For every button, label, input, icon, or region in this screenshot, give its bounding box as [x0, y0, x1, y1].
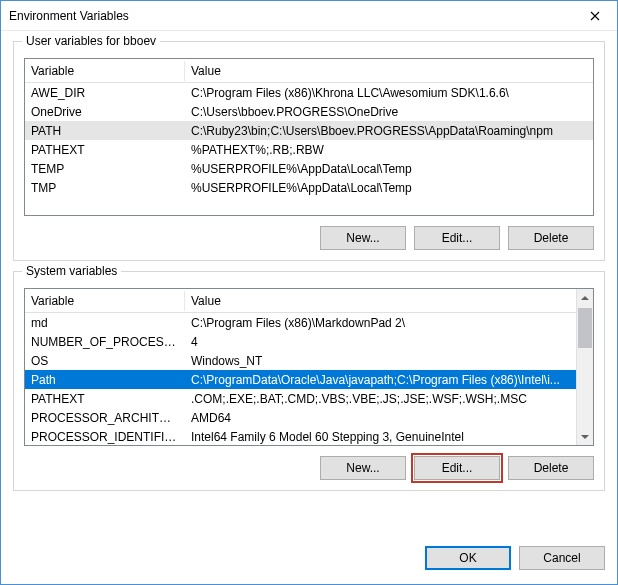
cell-variable: NUMBER_OF_PROCESSORS [25, 334, 185, 350]
col-variable[interactable]: Variable [25, 291, 185, 311]
cancel-button[interactable]: Cancel [519, 546, 605, 570]
system-edit-button[interactable]: Edit... [414, 456, 500, 480]
cell-variable: TMP [25, 180, 185, 196]
table-row[interactable]: NUMBER_OF_PROCESSORS4 [25, 332, 576, 351]
cell-variable: TEMP [25, 161, 185, 177]
ok-button[interactable]: OK [425, 546, 511, 570]
scroll-thumb[interactable] [578, 308, 592, 348]
table-row[interactable]: OneDriveC:\Users\bboev.PROGRESS\OneDrive [25, 102, 593, 121]
cell-variable: PROCESSOR_ARCHITECTURE [25, 410, 185, 426]
cell-variable: md [25, 315, 185, 331]
cell-value: %USERPROFILE%\AppData\Local\Temp [185, 180, 593, 196]
titlebar: Environment Variables [1, 1, 617, 31]
table-row[interactable]: PathC:\ProgramData\Oracle\Java\javapath;… [25, 370, 576, 389]
col-value[interactable]: Value [185, 61, 593, 81]
cell-value: C:\Program Files (x86)\Khrona LLC\Awesom… [185, 85, 593, 101]
user-buttons-row: New... Edit... Delete [24, 226, 594, 250]
user-delete-button[interactable]: Delete [508, 226, 594, 250]
cell-variable: PROCESSOR_IDENTIFIER [25, 429, 185, 445]
table-row[interactable]: TEMP%USERPROFILE%\AppData\Local\Temp [25, 159, 593, 178]
environment-variables-dialog: Environment Variables User variables for… [0, 0, 618, 585]
system-buttons-row: New... Edit... Delete [24, 456, 594, 480]
table-row[interactable]: PROCESSOR_ARCHITECTUREAMD64 [25, 408, 576, 427]
scroll-track[interactable] [577, 306, 593, 428]
list-header: Variable Value [25, 59, 593, 83]
table-row[interactable]: OSWindows_NT [25, 351, 576, 370]
table-row[interactable]: PATHEXT%PATHEXT%;.RB;.RBW [25, 140, 593, 159]
cell-value: .COM;.EXE;.BAT;.CMD;.VBS;.VBE;.JS;.JSE;.… [185, 391, 576, 407]
cell-value: 4 [185, 334, 576, 350]
scroll-up-arrow-icon[interactable] [577, 289, 593, 306]
close-button[interactable] [572, 1, 617, 31]
col-value[interactable]: Value [185, 291, 576, 311]
table-row[interactable]: AWE_DIRC:\Program Files (x86)\Khrona LLC… [25, 83, 593, 102]
table-row[interactable]: PROCESSOR_IDENTIFIERIntel64 Family 6 Mod… [25, 427, 576, 445]
user-edit-button[interactable]: Edit... [414, 226, 500, 250]
cell-value: C:\ProgramData\Oracle\Java\javapath;C:\P… [185, 372, 576, 388]
table-row[interactable]: mdC:\Program Files (x86)\MarkdownPad 2\ [25, 313, 576, 332]
cell-value: AMD64 [185, 410, 576, 426]
cell-variable: PATH [25, 123, 185, 139]
cell-value: C:\Users\bboev.PROGRESS\OneDrive [185, 104, 593, 120]
window-title: Environment Variables [9, 9, 572, 23]
cell-variable: OneDrive [25, 104, 185, 120]
system-variables-list[interactable]: Variable Value mdC:\Program Files (x86)\… [24, 288, 594, 446]
col-variable[interactable]: Variable [25, 61, 185, 81]
list-header: Variable Value [25, 289, 576, 313]
user-variables-label: User variables for bboev [22, 34, 160, 48]
dialog-buttons-row: OK Cancel [1, 540, 617, 584]
cell-variable: Path [25, 372, 185, 388]
system-new-button[interactable]: New... [320, 456, 406, 480]
table-row[interactable]: TMP%USERPROFILE%\AppData\Local\Temp [25, 178, 593, 197]
cell-value: C:\Program Files (x86)\MarkdownPad 2\ [185, 315, 576, 331]
user-new-button[interactable]: New... [320, 226, 406, 250]
cell-value: Windows_NT [185, 353, 576, 369]
table-row[interactable]: PATHC:\Ruby23\bin;C:\Users\Bboev.PROGRES… [25, 121, 593, 140]
cell-variable: OS [25, 353, 185, 369]
table-row[interactable]: PATHEXT.COM;.EXE;.BAT;.CMD;.VBS;.VBE;.JS… [25, 389, 576, 408]
close-icon [590, 11, 600, 21]
cell-variable: PATHEXT [25, 391, 185, 407]
system-variables-group: System variables Variable Value mdC:\Pro… [13, 271, 605, 491]
system-delete-button[interactable]: Delete [508, 456, 594, 480]
cell-value: %PATHEXT%;.RB;.RBW [185, 142, 593, 158]
cell-value: C:\Ruby23\bin;C:\Users\Bboev.PROGRESS\Ap… [185, 123, 593, 139]
cell-variable: PATHEXT [25, 142, 185, 158]
system-list-scrollbar[interactable] [576, 289, 593, 445]
system-variables-label: System variables [22, 264, 121, 278]
scroll-down-arrow-icon[interactable] [577, 428, 593, 445]
cell-value: %USERPROFILE%\AppData\Local\Temp [185, 161, 593, 177]
user-variables-list[interactable]: Variable Value AWE_DIRC:\Program Files (… [24, 58, 594, 216]
cell-value: Intel64 Family 6 Model 60 Stepping 3, Ge… [185, 429, 576, 445]
cell-variable: AWE_DIR [25, 85, 185, 101]
user-variables-group: User variables for bboev Variable Value … [13, 41, 605, 261]
